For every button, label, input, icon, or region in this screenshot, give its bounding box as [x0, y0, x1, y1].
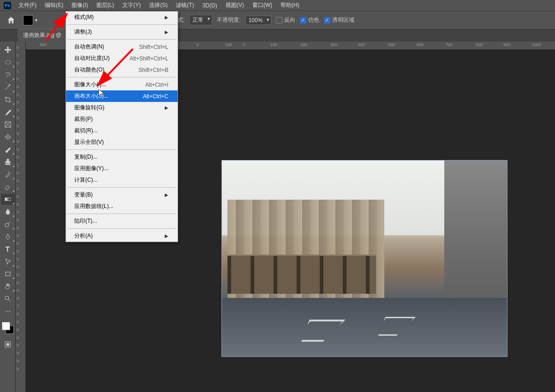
document-image[interactable] [222, 160, 507, 356]
move-tool[interactable] [1, 44, 15, 55]
zoom-tool[interactable] [1, 293, 15, 304]
rectangle-tool[interactable] [1, 268, 15, 279]
menu-item-裁剪(P)[interactable]: 裁剪(P) [66, 113, 178, 125]
dodge-tool[interactable] [1, 219, 15, 230]
menu-item-自动颜色(O)[interactable]: 自动颜色(O)Shift+Ctrl+B [66, 64, 178, 76]
tool-palette: T ⋯ [0, 42, 16, 392]
svg-point-3 [7, 137, 8, 137]
history-brush-tool[interactable] [1, 169, 15, 180]
blur-tool[interactable] [1, 206, 15, 217]
preset-dropdown-icon[interactable]: ▾ [35, 18, 37, 23]
path-select-tool[interactable] [1, 256, 15, 267]
menu-item-变量(B)[interactable]: 变量(B)▶ [66, 189, 178, 201]
svg-rect-7 [6, 272, 10, 276]
menu-window[interactable]: 窗口(W) [249, 0, 276, 11]
menu-item-应用数据组(L)...[interactable]: 应用数据组(L)... [66, 201, 178, 212]
quick-mask-toggle[interactable] [1, 339, 15, 350]
menu-item-图像大小(I)...[interactable]: 图像大小(I)...Alt+Ctrl+I [66, 79, 178, 90]
type-tool[interactable]: T [1, 244, 15, 255]
frame-tool[interactable] [1, 119, 15, 130]
menu-item-陷印(T)...[interactable]: 陷印(T)... [66, 215, 178, 227]
menu-item-自动对比度(U)[interactable]: 自动对比度(U)Alt+Shift+Ctrl+L [66, 53, 178, 64]
menu-help[interactable]: 帮助(H) [277, 0, 303, 11]
dither-checkbox[interactable] [300, 17, 306, 24]
menu-layer[interactable]: 图层(L) [93, 0, 118, 11]
gradient-preset-swatch[interactable] [23, 15, 33, 25]
svg-point-10 [6, 343, 9, 346]
menu-item-画布大小(S)...[interactable]: 画布大小(S)...Alt+Ctrl+C [66, 90, 178, 102]
menu-3d[interactable]: 3D(D) [199, 1, 221, 10]
svg-point-8 [5, 296, 9, 300]
menu-item-显示全部(V)[interactable]: 显示全部(V) [66, 137, 178, 148]
eyedropper-tool[interactable] [1, 107, 15, 118]
transparency-checkbox-wrap[interactable]: 透明区域 [324, 16, 354, 24]
menu-item-图像旋转(G)[interactable]: 图像旋转(G)▶ [66, 102, 178, 113]
spot-heal-tool[interactable] [1, 131, 15, 143]
pen-tool[interactable] [1, 231, 15, 242]
home-button[interactable] [5, 14, 18, 27]
transparency-label: 透明区域 [332, 16, 354, 24]
menu-file[interactable]: 文件(F) [15, 0, 40, 11]
svg-rect-4 [5, 198, 11, 201]
image-menu-dropdown: 模式(M)▶调整(J)▶自动色调(N)Shift+Ctrl+L自动对比度(U)A… [66, 11, 178, 242]
menu-item-模式(M)[interactable]: 模式(M)▶ [66, 12, 178, 23]
opacity-label: 不透明度: [217, 16, 240, 24]
menu-item-调整(J)[interactable]: 调整(J)▶ [66, 26, 178, 38]
menubar: Ps 文件(F) 编辑(E) 图像(I) 图层(L) 文字(Y) 选择(S) 滤… [0, 0, 555, 11]
crop-tool[interactable] [1, 94, 15, 105]
menu-view[interactable]: 视图(V) [222, 0, 248, 11]
brush-tool[interactable] [1, 144, 15, 155]
svg-text:T: T [6, 245, 10, 253]
gradient-tool[interactable] [1, 194, 15, 205]
menu-item-计算(C)...[interactable]: 计算(C)... [66, 174, 178, 186]
color-swatches[interactable] [2, 322, 14, 334]
menu-edit[interactable]: 编辑(E) [41, 0, 67, 11]
menu-item-复制(D)...[interactable]: 复制(D)... [66, 151, 178, 163]
dither-label: 仿色 [308, 16, 319, 24]
svg-point-5 [5, 223, 9, 227]
edit-toolbar[interactable]: ⋯ [1, 306, 15, 317]
svg-point-0 [5, 60, 11, 64]
lasso-tool[interactable] [1, 69, 15, 80]
opacity-select[interactable]: 100% [245, 16, 272, 25]
eraser-tool[interactable] [1, 181, 15, 192]
dither-checkbox-wrap[interactable]: 仿色 [300, 16, 319, 24]
mouse-cursor-icon [98, 89, 105, 99]
stamp-tool[interactable] [1, 156, 15, 167]
menu-type[interactable]: 文字(Y) [119, 0, 144, 11]
ruler-vertical: 0001002003004001002003004005006007008009… [16, 42, 26, 392]
magic-wand-tool[interactable] [1, 82, 15, 93]
reverse-checkbox[interactable] [276, 17, 282, 24]
menu-image[interactable]: 图像(I) [68, 0, 91, 11]
reverse-label: 反向 [284, 16, 295, 24]
foreground-color-swatch[interactable] [2, 322, 10, 330]
menu-item-裁切(R)...[interactable]: 裁切(R)... [66, 125, 178, 137]
menu-item-应用图像(Y)...[interactable]: 应用图像(Y)... [66, 163, 178, 174]
transparency-checkbox[interactable] [324, 17, 330, 24]
mode-select[interactable]: 正常 [189, 15, 212, 25]
hand-tool[interactable] [1, 281, 15, 292]
document-tab-title: 漫画效果.jpg @ [23, 31, 61, 39]
reverse-checkbox-wrap[interactable]: 反向 [276, 16, 295, 24]
menu-select[interactable]: 选择(S) [145, 0, 171, 11]
marquee-ellipse-tool[interactable] [1, 57, 15, 68]
menu-filter[interactable]: 滤镜(T) [172, 0, 197, 11]
menu-item-分析(A)[interactable]: 分析(A)▶ [66, 230, 178, 242]
ps-logo-icon: Ps [4, 2, 11, 9]
menu-item-自动色调(N)[interactable]: 自动色调(N)Shift+Ctrl+L [66, 41, 178, 53]
